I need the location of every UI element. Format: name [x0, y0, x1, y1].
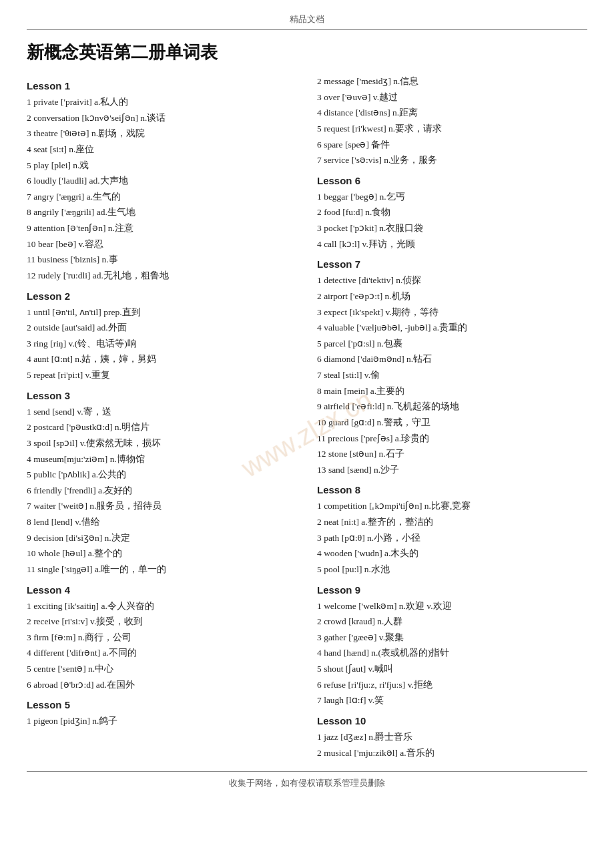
word-item: 4 valuable ['væljuəbəl, -jubəl] a.贵重的: [317, 320, 587, 336]
word-item: 5 pool [pu:l] n.水池: [317, 562, 587, 578]
word-item: 7 angry ['æŋgri] a.生气的: [27, 189, 297, 205]
word-item: 6 friendly ['frendli] a.友好的: [27, 483, 297, 499]
bottom-bar: 收集于网络，如有侵权请联系管理员删除: [27, 771, 587, 789]
word-item: 3 pocket ['pɔkit] n.衣服口袋: [317, 220, 587, 236]
word-item: 6 spare [speə] 备件: [317, 137, 587, 153]
word-item: 1 competition [ˌkɔmpi'tiʃən] n.比赛,竞赛: [317, 498, 587, 514]
word-item: 5 public ['pʌblik] a.公共的: [27, 467, 297, 483]
word-item: 5 centre ['sentə] n.中心: [27, 661, 297, 677]
word-item: 1 private ['praivit] a.私人的: [27, 94, 297, 110]
word-item: 3 path [pɑ:θ] n.小路，小径: [317, 530, 587, 546]
lesson-title: Lesson 8: [317, 484, 587, 495]
lesson-title: Lesson 6: [317, 175, 587, 186]
word-item: 4 hand [hænd] n.(表或机器的)指针: [317, 645, 587, 661]
word-item: 4 seat [si:t] n.座位: [27, 142, 297, 158]
word-item: 6 diamond ['daiəmənd] n.钻石: [317, 351, 587, 367]
word-item: 8 lend [lend] v.借给: [27, 514, 297, 530]
word-item: 1 pigeon [pidʒin] n.鸽子: [27, 713, 297, 729]
word-item: 1 jazz [dʒæz] n.爵士音乐: [317, 729, 587, 745]
word-item: 4 call [kɔ:l] v.拜访，光顾: [317, 236, 587, 252]
word-item: 7 steal [sti:l] v.偷: [317, 367, 587, 383]
word-item: 2 postcard ['pəustkɑ:d] n.明信片: [27, 419, 297, 435]
content-wrapper: Lesson 11 private ['praivit] a.私人的2 conv…: [27, 73, 587, 761]
word-item: 5 request [ri'kwest] n.要求，请求: [317, 121, 587, 137]
left-column: Lesson 11 private ['praivit] a.私人的2 conv…: [27, 73, 297, 761]
word-item: 3 gather ['gæeə] v.聚集: [317, 630, 587, 646]
word-item: 6 abroad [ə'brɔ:d] ad.在国外: [27, 677, 297, 693]
word-item: 9 airfield ['eəfi:ld] n.飞机起落的场地: [317, 399, 587, 415]
word-item: 3 expect [ik'spekt] v.期待，等待: [317, 304, 587, 320]
word-item: 5 play [plei] n.戏: [27, 158, 297, 174]
word-item: 11 business ['biznis] n.事: [27, 252, 297, 268]
word-item: 3 firm [fə:m] n.商行，公司: [27, 630, 297, 646]
word-item: 3 ring [riŋ] v.(铃、电话等)响: [27, 336, 297, 352]
word-item: 9 decision [di'siʒən] n.决定: [27, 530, 297, 546]
lesson-title: Lesson 7: [317, 258, 587, 270]
word-item: 2 outside [aut'said] ad.外面: [27, 320, 297, 336]
word-item: 2 message ['mesidʒ] n.信息: [317, 73, 587, 89]
top-bar: 精品文档: [27, 13, 587, 30]
word-item: 10 guard [gɑ:d] n.警戒，守卫: [317, 415, 587, 431]
word-item: 1 until [ən'til, ʌn'til] prep.直到: [27, 304, 297, 320]
word-item: 2 food [fu:d] n.食物: [317, 204, 587, 220]
word-item: 6 refuse [ri'fju:z, ri'fju:s] v.拒绝: [317, 677, 587, 693]
word-item: 5 parcel ['pɑ:sl] n.包裹: [317, 336, 587, 352]
lesson-title: Lesson 2: [27, 290, 297, 302]
word-item: 2 conversation [kɔnvə'seiʃən] n.谈话: [27, 110, 297, 126]
word-item: 7 service ['sə:vis] n.业务，服务: [317, 152, 587, 168]
word-item: 4 wooden ['wudn] a.木头的: [317, 546, 587, 562]
word-item: 1 welcome ['welkəm] n.欢迎 v.欢迎: [317, 598, 587, 614]
main-title: 新概念英语第二册单词表: [27, 41, 587, 64]
lesson-title: Lesson 10: [317, 715, 587, 726]
word-item: 3 theatre ['θiətə] n.剧场，戏院: [27, 126, 297, 142]
lesson-title: Lesson 4: [27, 584, 297, 596]
right-column: 2 message ['mesidʒ] n.信息3 over ['əuvə] v…: [317, 73, 587, 761]
lesson-title: Lesson 3: [27, 390, 297, 401]
word-item: 1 exciting [ik'saitiŋ] a.令人兴奋的: [27, 598, 297, 614]
word-item: 8 angrily ['æŋgrili] ad.生气地: [27, 204, 297, 220]
word-item: 10 bear [beə] v.容忍: [27, 236, 297, 252]
word-item: 12 rudely ['ru:dli] ad.无礼地，粗鲁地: [27, 268, 297, 284]
word-item: 2 musical ['mju:zikəl] a.音乐的: [317, 745, 587, 761]
word-item: 7 laugh [lɑ:f] v.笑: [317, 692, 587, 708]
word-item: 1 send [send] v.寄，送: [27, 404, 297, 420]
word-item: 10 whole [həul] a.整个的: [27, 546, 297, 562]
word-item: 11 precious ['preʃəs] a.珍贵的: [317, 431, 587, 447]
word-item: 1 beggar ['begə] n.乞丐: [317, 189, 587, 205]
word-item: 4 museum[mju:'ziəm] n.博物馆: [27, 451, 297, 467]
word-item: 2 receive [ri'si:v] v.接受，收到: [27, 614, 297, 630]
lesson-title: Lesson 9: [317, 584, 587, 596]
word-item: 12 stone [stəun] n.石子: [317, 446, 587, 462]
word-item: 7 waiter ['weitə] n.服务员，招待员: [27, 498, 297, 514]
word-item: 5 repeat [ri'pi:t] v.重复: [27, 367, 297, 383]
lesson-title: Lesson 5: [27, 699, 297, 710]
word-item: 3 spoil [spɔil] v.使索然无味，损坏: [27, 435, 297, 451]
word-item: 13 sand [sænd] n.沙子: [317, 462, 587, 478]
word-item: 11 single ['siŋgəl] a.唯一的，单一的: [27, 562, 297, 578]
word-item: 5 shout [ʃaut] v.喊叫: [317, 661, 587, 677]
word-item: 3 over ['əuvə] v.越过: [317, 89, 587, 105]
word-item: 4 aunt [ɑ:nt] n.姑，姨，婶，舅妈: [27, 351, 297, 367]
word-item: 4 different ['difrənt] a.不同的: [27, 645, 297, 661]
word-item: 8 main [mein] a.主要的: [317, 383, 587, 399]
word-item: 9 attention [ə'tenʃən] n.注意: [27, 220, 297, 236]
lesson-title: Lesson 1: [27, 80, 297, 91]
word-item: 2 neat [ni:t] a.整齐的，整洁的: [317, 514, 587, 530]
word-item: 4 distance ['distəns] n.距离: [317, 105, 587, 121]
word-item: 6 loudly ['laudli] ad.大声地: [27, 173, 297, 189]
word-item: 1 detective [di'tektiv] n.侦探: [317, 272, 587, 288]
word-item: 2 crowd [kraud] n.人群: [317, 614, 587, 630]
word-item: 2 airport ['eəpɔ:t] n.机场: [317, 288, 587, 304]
